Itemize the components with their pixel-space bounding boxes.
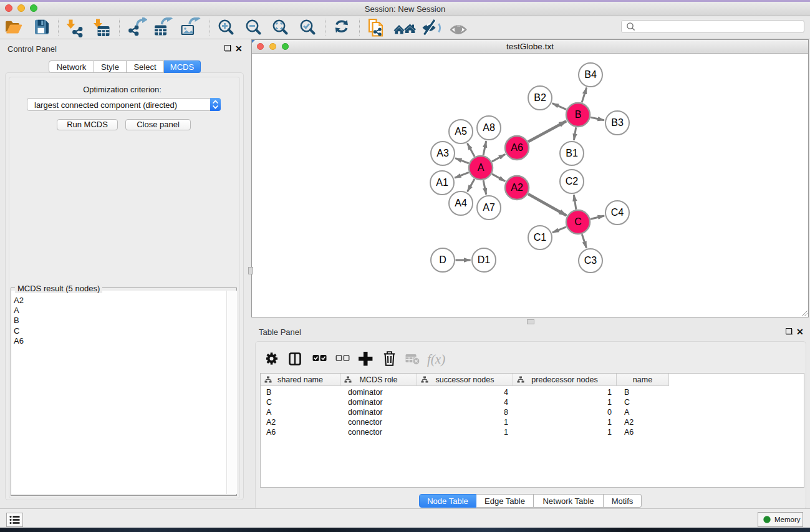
svg-text:A5: A5 [455, 126, 467, 137]
svg-text:A7: A7 [483, 202, 495, 213]
svg-text:C2: C2 [566, 176, 579, 186]
svg-text:B1: B1 [566, 148, 578, 158]
svg-text:A: A [478, 162, 485, 173]
svg-text:C: C [574, 216, 582, 227]
svg-text:A2: A2 [511, 182, 523, 193]
svg-text:D: D [439, 254, 446, 265]
svg-text:A3: A3 [436, 148, 449, 158]
svg-text:f(x): f(x) [427, 352, 445, 367]
svg-text:A1: A1 [436, 177, 448, 188]
svg-text:D1: D1 [478, 254, 491, 265]
svg-text:C1: C1 [534, 232, 547, 243]
svg-text:B3: B3 [611, 117, 624, 128]
svg-text:B2: B2 [534, 92, 546, 103]
svg-text:A8: A8 [483, 122, 495, 133]
svg-text:B4: B4 [584, 69, 597, 80]
svg-text:B: B [575, 109, 582, 120]
svg-text:C3: C3 [584, 255, 597, 266]
svg-text:C4: C4 [611, 207, 624, 218]
svg-text:A4: A4 [455, 198, 467, 208]
svg-text:A6: A6 [511, 142, 523, 153]
